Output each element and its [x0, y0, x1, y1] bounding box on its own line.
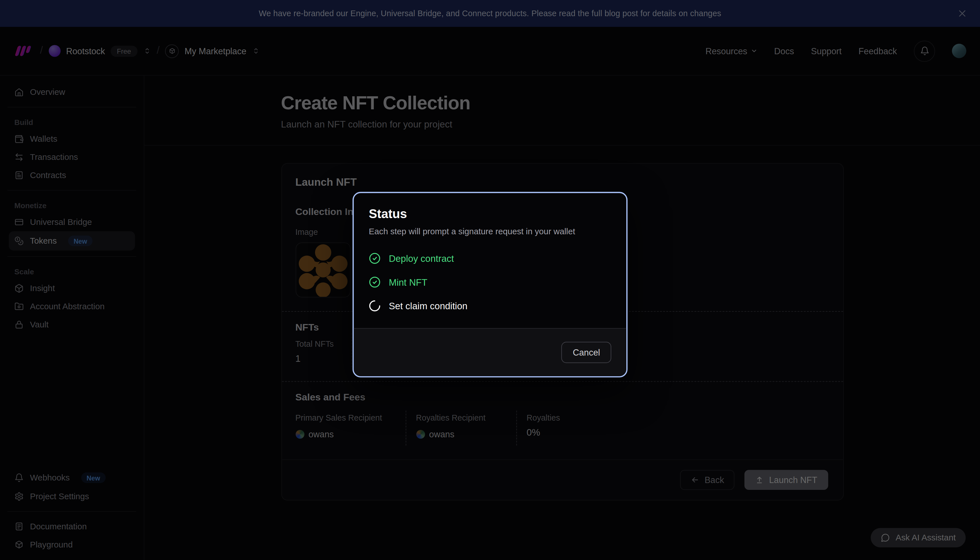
- modal-title: Status: [369, 207, 611, 221]
- check-circle-icon: [369, 252, 381, 264]
- step-deploy-contract: Deploy contract: [369, 252, 611, 264]
- status-steps: Deploy contract Mint NFT Set claim condi…: [369, 252, 611, 312]
- app-window: We have re-branded our Engine, Universal…: [0, 0, 980, 560]
- check-circle-icon: [369, 276, 381, 288]
- step-set-claim-condition: Set claim condition: [369, 300, 611, 312]
- modal-footer: Cancel: [353, 328, 626, 376]
- spinner-icon: [369, 300, 381, 312]
- status-modal: Status Each step will prompt a signature…: [353, 192, 627, 378]
- step-label: Mint NFT: [389, 277, 428, 287]
- modal-subtitle: Each step will prompt a signature reques…: [369, 227, 611, 236]
- step-label: Set claim condition: [389, 300, 468, 311]
- step-label: Deploy contract: [389, 253, 454, 263]
- cancel-button[interactable]: Cancel: [562, 342, 611, 363]
- step-mint-nft: Mint NFT: [369, 276, 611, 288]
- screen: We have re-branded our Engine, Universal…: [0, 0, 980, 560]
